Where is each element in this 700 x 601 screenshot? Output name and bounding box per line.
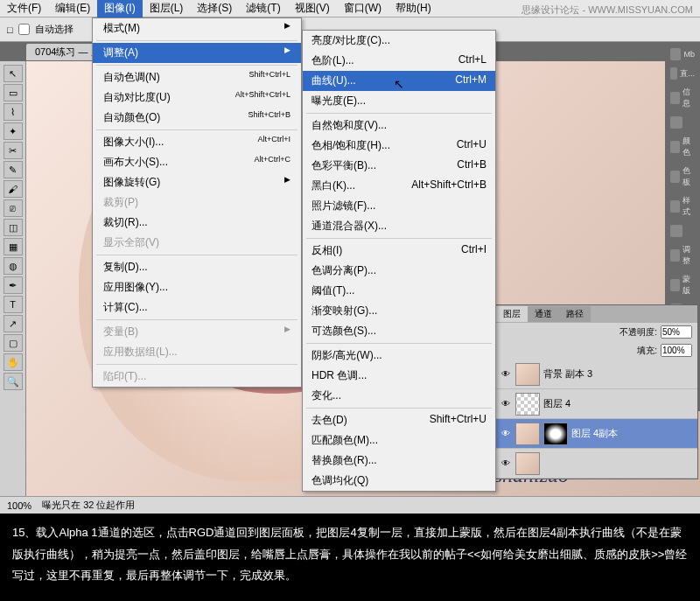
submenu-item[interactable]: 曲线(U)...Ctrl+M — [303, 71, 495, 91]
submenu-item[interactable]: 替换颜色(R)... — [303, 451, 495, 471]
layer-mask[interactable] — [543, 423, 568, 445]
menu-filter[interactable]: 滤镜(T) — [239, 0, 287, 17]
blur-tool[interactable]: ◍ — [4, 257, 23, 275]
submenu-item[interactable]: 阴影/高光(W)... — [303, 346, 495, 366]
menu-item[interactable]: 模式(M)▶ — [93, 18, 301, 38]
visibility-toggle[interactable]: 👁 — [500, 368, 512, 381]
panel-shortcut[interactable] — [668, 114, 696, 131]
menu-item[interactable]: 图像旋转(G)▶ — [93, 172, 301, 192]
layer-name[interactable]: 图层 4 — [543, 397, 570, 410]
submenu-item[interactable]: 阈值(T)... — [303, 281, 495, 301]
submenu-item[interactable]: 可选颜色(S)... — [303, 321, 495, 341]
submenu-item[interactable]: 黑白(K)...Alt+Shift+Ctrl+B — [303, 176, 495, 196]
panel-shortcut[interactable] — [668, 222, 696, 240]
submenu-item[interactable]: 反相(I)Ctrl+I — [303, 241, 495, 261]
menu-item[interactable]: 调整(A)▶ — [93, 43, 301, 63]
visibility-toggle[interactable]: 👁 — [500, 458, 512, 470]
layer-row[interactable]: 👁图层 4 — [496, 389, 697, 419]
submenu-item[interactable]: 变化... — [303, 386, 495, 406]
type-tool[interactable]: T — [4, 296, 23, 313]
submenu-item[interactable]: 色调分离(P)... — [303, 261, 495, 281]
status-info: 曝光只在 32 位起作用 — [42, 499, 135, 512]
stamp-tool[interactable]: ⎚ — [4, 199, 23, 217]
layer-thumbnail[interactable] — [515, 363, 540, 386]
fill-input[interactable] — [661, 344, 692, 357]
menu-help[interactable]: 帮助(H) — [388, 0, 438, 17]
panel-shortcut[interactable]: 直... — [668, 65, 696, 82]
menu-item[interactable]: 复制(D)... — [93, 257, 301, 277]
visibility-toggle[interactable]: 👁 — [500, 428, 512, 440]
menu-item[interactable]: 自动色调(N)Shift+Ctrl+L — [93, 67, 301, 87]
layer-row[interactable]: 👁图层 4副本 — [496, 419, 697, 449]
wand-tool[interactable]: ✦ — [4, 122, 23, 140]
submenu-item[interactable]: 通道混合器(X)... — [303, 216, 495, 236]
crop-tool[interactable]: ✂ — [4, 142, 23, 159]
menu-edit[interactable]: 编辑(E) — [48, 0, 97, 17]
hand-tool[interactable]: ✋ — [4, 353, 23, 371]
submenu-item[interactable]: 色相/饱和度(H)...Ctrl+U — [303, 136, 495, 156]
layer-name[interactable]: 背景 副本 3 — [543, 367, 592, 381]
menu-window[interactable]: 窗口(W) — [337, 0, 388, 17]
panel-shortcut[interactable]: 样式 — [668, 192, 696, 220]
autoselect-checkbox[interactable] — [18, 24, 30, 35]
tool-indicator: □ — [7, 24, 13, 35]
submenu-item[interactable]: 色阶(L)...Ctrl+L — [303, 51, 495, 71]
eraser-tool[interactable]: ◫ — [4, 219, 23, 236]
submenu-item[interactable]: 色调均化(Q) — [303, 471, 495, 491]
menu-item[interactable]: 应用图像(Y)... — [93, 277, 301, 297]
menu-file[interactable]: 文件(F) — [0, 0, 48, 17]
submenu-item[interactable]: 匹配颜色(M)... — [303, 430, 495, 451]
panel-shortcut[interactable]: 调整 — [668, 241, 696, 269]
panel-strip-mid — [620, 42, 663, 45]
layer-row[interactable]: 👁 — [496, 449, 697, 479]
tab-paths[interactable]: 路径 — [559, 306, 591, 322]
menu-layer[interactable]: 图层(L) — [143, 0, 191, 17]
visibility-toggle[interactable]: 👁 — [500, 398, 512, 410]
panel-shortcut[interactable]: Mb — [668, 45, 696, 63]
menu-item[interactable]: 裁切(R)... — [93, 213, 301, 233]
menu-item[interactable]: 自动颜色(O)Shift+Ctrl+B — [93, 108, 301, 128]
layer-name[interactable]: 图层 4副本 — [571, 427, 618, 440]
shape-tool[interactable]: ▢ — [4, 334, 23, 352]
submenu-item[interactable]: 色彩平衡(B)...Ctrl+B — [303, 156, 495, 176]
panel-shortcut[interactable]: 信息 — [668, 84, 696, 112]
menu-select[interactable]: 选择(S) — [190, 0, 239, 17]
submenu-item[interactable]: 自然饱和度(V)... — [303, 115, 495, 136]
submenu-item[interactable]: 渐变映射(G)... — [303, 301, 495, 321]
submenu-item[interactable]: 照片滤镜(F)... — [303, 196, 495, 216]
layer-thumbnail[interactable] — [515, 423, 540, 445]
menu-item[interactable]: 计算(C)... — [93, 297, 301, 318]
zoom-tool[interactable]: 🔍 — [4, 373, 23, 390]
eyedropper-tool[interactable]: ✎ — [4, 161, 23, 178]
layers-panel: 图层 通道 路径 不透明度: 填充: 👁背景 副本 3👁图层 4👁图层 4副本👁 — [495, 304, 698, 479]
menu-image[interactable]: 图像(I) — [97, 0, 142, 17]
status-bar: 100% 曝光只在 32 位起作用 — [0, 496, 700, 514]
lasso-tool[interactable]: ⌇ — [4, 103, 23, 121]
path-tool[interactable]: ↗ — [4, 315, 23, 332]
gradient-tool[interactable]: ▦ — [4, 238, 23, 255]
tab-layers[interactable]: 图层 — [496, 306, 528, 322]
submenu-item[interactable]: 亮度/对比度(C)... — [303, 31, 495, 51]
watermark: 思缘设计论坛 - WWW.MISSYUAN.COM — [522, 3, 693, 17]
brush-tool[interactable]: 🖌 — [4, 180, 23, 198]
submenu-item[interactable]: 去色(D)Shift+Ctrl+U — [303, 410, 495, 430]
zoom-level[interactable]: 100% — [7, 500, 32, 511]
panel-shortcut[interactable]: 蒙版 — [668, 271, 696, 299]
menu-item[interactable]: 画布大小(S)...Alt+Ctrl+C — [93, 152, 301, 172]
menu-view[interactable]: 视图(V) — [288, 0, 337, 17]
layer-row[interactable]: 👁背景 副本 3 — [496, 360, 697, 389]
toolbox: ↖ ▭ ⌇ ✦ ✂ ✎ 🖌 ⎚ ◫ ▦ ◍ ✒ T ↗ ▢ ✋ 🔍 — [0, 61, 26, 496]
pen-tool[interactable]: ✒ — [4, 276, 23, 294]
tab-channels[interactable]: 通道 — [528, 306, 559, 322]
menu-item[interactable]: 图像大小(I)...Alt+Ctrl+I — [93, 132, 301, 152]
layer-thumbnail[interactable] — [515, 452, 540, 475]
panel-shortcut[interactable]: 色板 — [668, 163, 696, 191]
panel-shortcut[interactable]: 颜色 — [668, 133, 696, 161]
move-tool[interactable]: ↖ — [4, 65, 23, 82]
opacity-input[interactable] — [661, 325, 692, 339]
marquee-tool[interactable]: ▭ — [4, 84, 23, 101]
layer-thumbnail[interactable] — [515, 393, 540, 416]
submenu-item[interactable]: 曝光度(E)... — [303, 91, 495, 111]
submenu-item[interactable]: HDR 色调... — [303, 366, 495, 386]
menu-item[interactable]: 自动对比度(U)Alt+Shift+Ctrl+L — [93, 87, 301, 108]
